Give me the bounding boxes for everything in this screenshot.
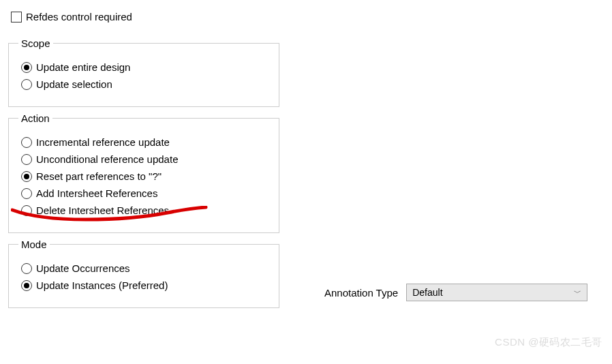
action-delete-intersheet-radio[interactable]	[21, 205, 32, 216]
annotation-type-label: Annotation Type	[324, 287, 398, 299]
scope-legend: Scope	[18, 37, 53, 49]
mode-occurrences-label: Update Occurrences	[36, 262, 130, 274]
action-incremental-row: Incremental reference update	[21, 136, 269, 148]
refdes-control-row: Refdes control required	[11, 11, 604, 22]
action-legend: Action	[18, 112, 52, 124]
action-unconditional-radio[interactable]	[21, 154, 32, 165]
scope-update-entire-row: Update entire design	[21, 61, 269, 73]
mode-occurrences-radio[interactable]	[21, 263, 32, 274]
refdes-control-label: Refdes control required	[26, 11, 132, 22]
action-add-intersheet-row: Add Intersheet References	[21, 187, 269, 199]
scope-update-entire-radio[interactable]	[21, 62, 32, 73]
refdes-control-checkbox[interactable]	[11, 12, 22, 22]
annotation-type-dropdown[interactable]: Default ﹀	[406, 284, 587, 301]
scope-update-entire-label: Update entire design	[36, 61, 130, 73]
action-add-intersheet-label: Add Intersheet References	[36, 187, 157, 199]
mode-instances-radio[interactable]	[21, 280, 32, 291]
mode-instances-label: Update Instances (Preferred)	[36, 279, 168, 291]
action-delete-intersheet-row: Delete Intersheet References	[21, 204, 269, 216]
mode-fieldset: Mode Update Occurrences Update Instances…	[8, 239, 279, 308]
action-incremental-label: Incremental reference update	[36, 136, 170, 148]
scope-update-selection-row: Update selection	[21, 78, 269, 90]
mode-legend: Mode	[18, 239, 50, 250]
watermark-text: CSDN @硬码农二毛哥	[495, 336, 602, 349]
action-unconditional-row: Unconditional reference update	[21, 153, 269, 165]
chevron-down-icon: ﹀	[574, 288, 581, 298]
annotation-type-row: Annotation Type Default ﹀	[324, 284, 587, 301]
scope-fieldset: Scope Update entire design Update select…	[8, 37, 279, 107]
action-incremental-radio[interactable]	[21, 137, 32, 148]
action-fieldset: Action Incremental reference update Unco…	[8, 112, 279, 233]
mode-occurrences-row: Update Occurrences	[21, 262, 269, 274]
action-unconditional-label: Unconditional reference update	[36, 153, 178, 165]
action-reset-row: Reset part references to "?"	[21, 170, 269, 182]
action-reset-radio[interactable]	[21, 171, 32, 182]
action-add-intersheet-radio[interactable]	[21, 188, 32, 199]
action-delete-intersheet-label: Delete Intersheet References	[36, 204, 169, 216]
scope-update-selection-radio[interactable]	[21, 79, 32, 90]
action-reset-label: Reset part references to "?"	[36, 170, 162, 182]
scope-update-selection-label: Update selection	[36, 78, 112, 90]
annotation-type-value: Default	[412, 287, 442, 298]
mode-instances-row: Update Instances (Preferred)	[21, 279, 269, 291]
